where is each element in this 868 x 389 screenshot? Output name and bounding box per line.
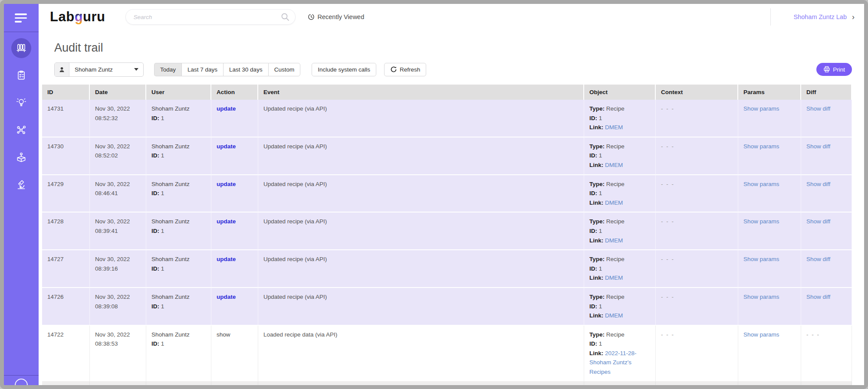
cell-user: Shoham ZuntzID: 1 [146, 175, 211, 213]
audit-table-body: 14731Nov 30, 2022 08:52:32Shoham ZuntzID… [42, 100, 852, 389]
cell-date: Nov 30, 2022 08:39:41 [90, 212, 146, 250]
object-link[interactable]: DMEM [605, 312, 623, 319]
include-system-calls-button[interactable]: Include system calls [312, 63, 376, 76]
lab-name[interactable]: Shoham Zuntz Lab [793, 13, 847, 20]
show-diff-link[interactable]: Show diff [806, 294, 830, 300]
show-params-link[interactable]: Show params [743, 181, 779, 187]
cell-diff: - - - [801, 382, 852, 389]
sidebar-item-protocols[interactable] [11, 65, 31, 85]
show-params-link[interactable]: Show params [743, 105, 779, 112]
show-params-link[interactable]: Show params [743, 256, 779, 262]
object-type: Type: Recipe [589, 386, 650, 389]
user-id: ID: 1 [151, 114, 206, 123]
cell-id: 14720 [42, 382, 90, 389]
user-name: Shoham Zuntz [151, 330, 206, 340]
refresh-icon [390, 66, 397, 73]
cell-diff: Show diff [801, 212, 852, 250]
sidebar-item-storage[interactable] [11, 147, 31, 167]
object-type: Type: Recipe [589, 292, 650, 302]
action-link[interactable]: update [217, 105, 236, 112]
user-filter-value: Shoham Zuntz [69, 63, 134, 76]
cell-user: Shoham ZuntzID: 1 [146, 288, 211, 326]
user-name: Shoham Zuntz [151, 255, 206, 264]
user-filter-dropdown[interactable]: Shoham Zuntz [54, 62, 144, 77]
show-params-link[interactable]: Show params [743, 218, 779, 225]
app-window: Labguru Recently Viewed Shoham Zuntz Lab… [0, 0, 868, 389]
cell-diff: Show diff [801, 175, 852, 213]
cell-action: update [211, 288, 258, 326]
cell-date: Nov 30, 2022 08:39:08 [90, 288, 146, 326]
table-row: 14720Nov 30, 2022 08:38:52Shoham ZuntzID… [42, 382, 852, 389]
caret-down-icon [134, 68, 138, 71]
object-link-row: Link: DMEM [589, 198, 650, 208]
object-link[interactable]: DMEM [605, 124, 623, 131]
object-link-row: Link: DMEM [589, 273, 650, 283]
column-header-diff: Diff [801, 85, 852, 100]
filter-today[interactable]: Today [154, 63, 181, 76]
labguru-logo[interactable]: Labguru [50, 9, 105, 25]
cell-user: Shoham ZuntzID: 1 [146, 137, 211, 175]
show-params-link[interactable]: Show params [743, 331, 779, 338]
search-icon [281, 13, 289, 21]
filter-custom[interactable]: Custom [268, 63, 301, 76]
print-button[interactable]: Print [816, 63, 852, 76]
cell-context: - - - [656, 175, 738, 213]
cell-id: 14726 [42, 288, 90, 326]
object-id: ID: 1 [589, 151, 650, 160]
cell-context: - - - [656, 100, 738, 137]
object-link[interactable]: DMEM [605, 237, 623, 244]
cell-params: Show params [738, 175, 801, 213]
action-link[interactable]: update [217, 256, 236, 262]
show-params-link[interactable]: Show params [743, 294, 779, 300]
action-link[interactable]: update [217, 218, 236, 225]
object-link[interactable]: DMEM [605, 275, 623, 281]
sidebar-item-connections[interactable] [11, 120, 31, 140]
audit-trail-table: IDDateUserActionEventObjectContextParams… [42, 85, 852, 389]
cell-context: - - - [656, 212, 738, 250]
show-params-link[interactable]: Show params [743, 143, 779, 150]
search-input[interactable] [125, 9, 296, 25]
recently-viewed[interactable]: Recently Viewed [308, 13, 365, 20]
cell-params: Show params [738, 212, 801, 250]
show-diff-link[interactable]: Show diff [806, 143, 830, 150]
user-name: Shoham Zuntz [151, 292, 206, 302]
action-link[interactable]: update [217, 294, 236, 300]
object-id: ID: 1 [589, 189, 650, 198]
user-id: ID: 1 [151, 302, 206, 311]
show-diff-link[interactable]: Show diff [806, 181, 830, 187]
printer-icon [823, 66, 830, 73]
chevron-right-icon[interactable]: › [852, 13, 855, 21]
show-diff-link[interactable]: Show diff [806, 218, 830, 225]
help-icon[interactable] [15, 379, 28, 389]
object-link-row: Link: 2022-11-28- Shoham Zuntz's Recipes [589, 349, 650, 377]
object-link-row: Link: DMEM [589, 311, 650, 320]
page-content: Audit trail Shoham Zuntz TodayLast 7 day… [39, 30, 864, 389]
refresh-button[interactable]: Refresh [384, 63, 426, 76]
show-diff-link[interactable]: Show diff [806, 105, 830, 112]
context-dashes: - - - [661, 181, 674, 187]
header-divider [770, 8, 771, 26]
cell-object: Type: RecipeID: 1Link: DMEM [584, 100, 656, 137]
sidebar-item-samples[interactable] [11, 38, 31, 58]
object-link-row: Link: DMEM [589, 236, 650, 245]
object-id: ID: 1 [589, 264, 650, 274]
object-id: ID: 1 [589, 114, 650, 123]
action-link[interactable]: update [217, 181, 236, 187]
filter-last-7-days[interactable]: Last 7 days [181, 63, 223, 76]
object-link-row: Link: DMEM [589, 123, 650, 132]
menu-icon[interactable] [15, 13, 28, 25]
object-link[interactable]: DMEM [605, 199, 623, 206]
cell-diff: - - - [801, 326, 852, 382]
user-name: Shoham Zuntz [151, 180, 206, 189]
cell-date: Nov 30, 2022 08:38:53 [90, 326, 146, 382]
sidebar-item-microscope[interactable] [11, 175, 31, 195]
user-name: Shoham Zuntz [151, 217, 206, 226]
cell-id: 14722 [42, 326, 90, 382]
object-link[interactable]: DMEM [605, 162, 623, 168]
action-link[interactable]: update [217, 143, 236, 150]
cell-action: update [211, 175, 258, 213]
show-params-link[interactable]: Show params [743, 387, 779, 389]
sidebar-item-ideas[interactable] [11, 93, 31, 113]
show-diff-link[interactable]: Show diff [806, 256, 830, 262]
filter-last-30-days[interactable]: Last 30 days [223, 63, 268, 76]
